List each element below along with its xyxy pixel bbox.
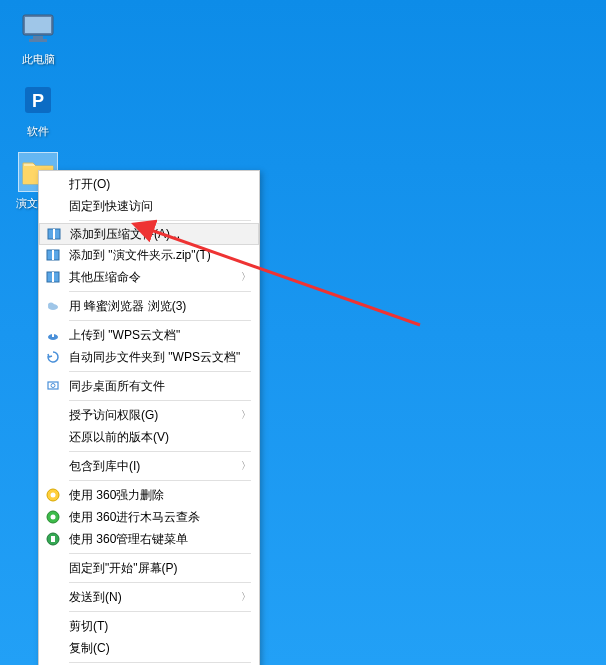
menu-item[interactable]: 打开(O) xyxy=(39,173,259,195)
menu-item[interactable]: 授予访问权限(G)〉 xyxy=(39,404,259,426)
menu-item-label: 添加到压缩文件(A)... xyxy=(70,226,250,243)
360-yellow-icon xyxy=(45,487,61,503)
pc-icon xyxy=(18,8,58,48)
menu-item-label: 复制(C) xyxy=(69,640,251,657)
menu-separator xyxy=(69,400,251,401)
menu-separator xyxy=(69,371,251,372)
svg-point-13 xyxy=(48,303,54,308)
menu-item-label: 其他压缩命令 xyxy=(69,269,237,286)
svg-rect-3 xyxy=(29,39,47,42)
menu-item-label: 发送到(N) xyxy=(69,589,237,606)
menu-separator xyxy=(69,611,251,612)
menu-separator xyxy=(69,480,251,481)
svg-point-20 xyxy=(51,515,56,520)
menu-separator xyxy=(69,320,251,321)
menu-separator xyxy=(69,582,251,583)
360-green-icon xyxy=(45,509,61,525)
svg-rect-1 xyxy=(25,17,51,33)
menu-item-label: 打开(O) xyxy=(69,176,251,193)
menu-item-label: 使用 360进行木马云查杀 xyxy=(69,509,251,526)
menu-item-label: 使用 360强力删除 xyxy=(69,487,251,504)
folder-software-icon: P xyxy=(18,80,58,120)
menu-item[interactable]: 用 蜂蜜浏览器 浏览(3) xyxy=(39,295,259,317)
cloud-up-icon xyxy=(45,327,61,343)
sync-icon xyxy=(45,349,61,365)
menu-item-label: 授予访问权限(G) xyxy=(69,407,237,424)
menu-item[interactable]: 自动同步文件夹到 "WPS云文档" xyxy=(39,346,259,368)
zip-icon xyxy=(45,269,61,285)
menu-item[interactable]: 剪切(T) xyxy=(39,615,259,637)
desktop-icon-label: 此电脑 xyxy=(22,52,55,67)
zip-icon xyxy=(46,226,62,242)
menu-item-label: 固定到快速访问 xyxy=(69,198,251,215)
menu-item[interactable]: 使用 360管理右键菜单 xyxy=(39,528,259,550)
menu-item[interactable]: 发送到(N)〉 xyxy=(39,586,259,608)
menu-item[interactable]: 同步桌面所有文件 xyxy=(39,375,259,397)
menu-separator xyxy=(69,553,251,554)
desktop-icon-1[interactable]: P软件 xyxy=(8,80,68,139)
zip-icon xyxy=(45,247,61,263)
submenu-arrow-icon: 〉 xyxy=(241,459,251,473)
submenu-arrow-icon: 〉 xyxy=(241,270,251,284)
svg-text:P: P xyxy=(32,91,44,111)
menu-separator xyxy=(69,291,251,292)
menu-separator xyxy=(69,220,251,221)
menu-item-label: 添加到 "演文件夹示.zip"(T) xyxy=(69,247,251,264)
svg-rect-2 xyxy=(33,36,43,39)
menu-item[interactable]: 包含到库中(I)〉 xyxy=(39,455,259,477)
cloud-icon xyxy=(45,298,61,314)
sync-desktop-icon xyxy=(45,378,61,394)
360-green2-icon xyxy=(45,531,61,547)
menu-item[interactable]: 添加到压缩文件(A)... xyxy=(39,223,259,245)
svg-rect-7 xyxy=(53,229,55,239)
menu-item[interactable]: 固定到"开始"屏幕(P) xyxy=(39,557,259,579)
menu-item-label: 自动同步文件夹到 "WPS云文档" xyxy=(69,349,251,366)
menu-item[interactable]: 使用 360强力删除 xyxy=(39,484,259,506)
menu-item-label: 固定到"开始"屏幕(P) xyxy=(69,560,251,577)
svg-rect-11 xyxy=(52,272,54,282)
menu-item-label: 还原以前的版本(V) xyxy=(69,429,251,446)
menu-item-label: 使用 360管理右键菜单 xyxy=(69,531,251,548)
menu-item[interactable]: 使用 360进行木马云查杀 xyxy=(39,506,259,528)
menu-item[interactable]: 固定到快速访问 xyxy=(39,195,259,217)
svg-point-16 xyxy=(51,384,55,388)
menu-item-label: 用 蜂蜜浏览器 浏览(3) xyxy=(69,298,251,315)
svg-rect-9 xyxy=(52,250,54,260)
desktop-icon-label: 软件 xyxy=(27,124,49,139)
submenu-arrow-icon: 〉 xyxy=(241,590,251,604)
menu-item[interactable]: 还原以前的版本(V) xyxy=(39,426,259,448)
submenu-arrow-icon: 〉 xyxy=(241,408,251,422)
context-menu: 打开(O)固定到快速访问添加到压缩文件(A)...添加到 "演文件夹示.zip"… xyxy=(38,170,260,665)
menu-item-label: 同步桌面所有文件 xyxy=(69,378,251,395)
menu-item[interactable]: 其他压缩命令〉 xyxy=(39,266,259,288)
menu-item-label: 剪切(T) xyxy=(69,618,251,635)
menu-separator xyxy=(69,662,251,663)
menu-item[interactable]: 上传到 "WPS云文档" xyxy=(39,324,259,346)
menu-item-label: 包含到库中(I) xyxy=(69,458,237,475)
svg-point-18 xyxy=(51,493,56,498)
menu-separator xyxy=(69,451,251,452)
svg-rect-22 xyxy=(51,536,55,542)
menu-item[interactable]: 添加到 "演文件夹示.zip"(T) xyxy=(39,244,259,266)
menu-item-label: 上传到 "WPS云文档" xyxy=(69,327,251,344)
menu-item[interactable]: 复制(C) xyxy=(39,637,259,659)
desktop-icon-0[interactable]: 此电脑 xyxy=(8,8,68,67)
